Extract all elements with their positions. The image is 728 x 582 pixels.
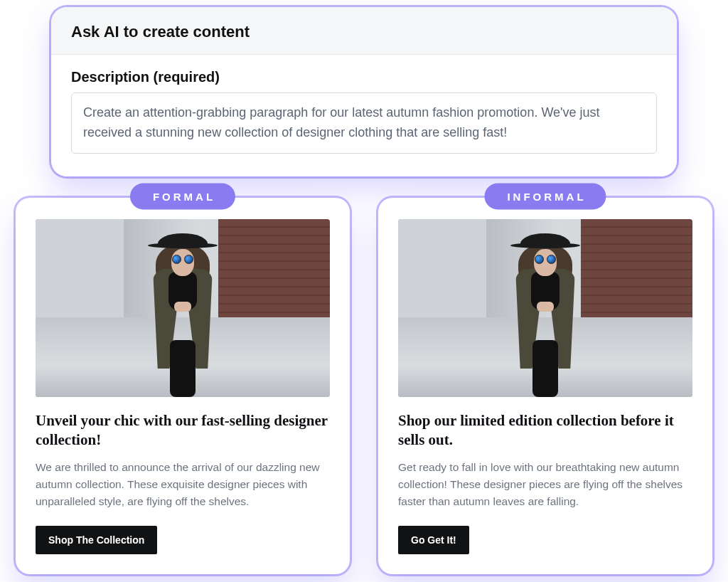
ai-prompt-panel: Ask AI to create content Description (re… [51,7,677,176]
panel-title: Ask AI to create content [71,23,657,41]
result-card-informal: INFORMAL Shop our limited edition col [378,198,712,574]
result-image [398,219,692,397]
cta-button[interactable]: Shop The Collection [36,526,157,554]
results-row: FORMAL Unveil your chic with our fast [14,198,714,574]
panel-header: Ask AI to create content [51,7,677,55]
result-body: Get ready to fall in love with our breat… [398,459,692,510]
result-image [36,219,330,397]
tone-pill-formal: FORMAL [130,184,235,210]
cta-button[interactable]: Go Get It! [398,526,469,554]
description-input[interactable]: Create an attention-grabbing paragraph f… [71,92,657,154]
description-label: Description (required) [71,69,657,85]
tone-pill-informal: INFORMAL [484,184,606,210]
result-body: We are thrilled to announce the arrival … [36,459,330,510]
result-headline: Unveil your chic with our fast-selling d… [36,411,330,450]
panel-body: Description (required) Create an attenti… [51,55,677,176]
result-headline: Shop our limited edition collection befo… [398,411,692,450]
result-card-formal: FORMAL Unveil your chic with our fast [16,198,350,574]
